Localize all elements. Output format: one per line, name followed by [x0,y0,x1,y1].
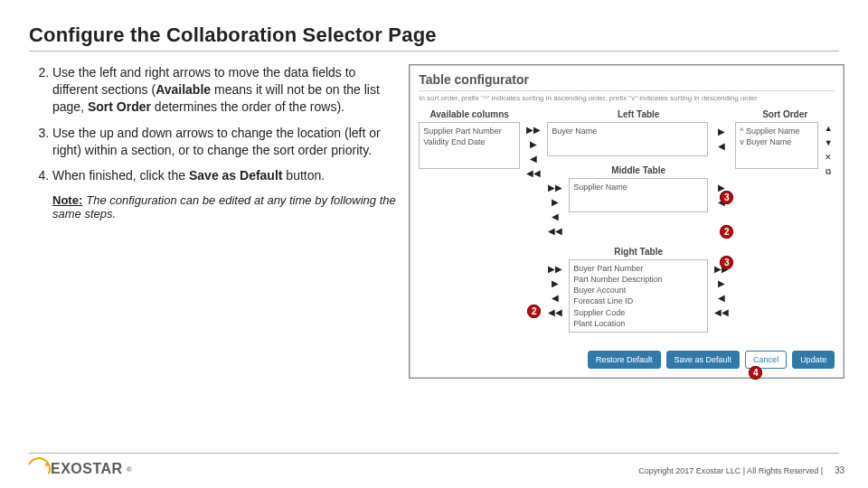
restore-default-button[interactable]: Restore Default [588,351,661,369]
move-right-all-icon[interactable]: ▶▶ [547,263,563,276]
save-as-default-button[interactable]: Save as Default [666,351,741,369]
list-item[interactable]: Forecast Line ID [573,296,703,306]
available-listbox[interactable]: Supplier Part Number Validity End Date [419,122,520,169]
list-item[interactable]: Buyer Account [573,285,703,296]
list-item[interactable]: Buyer Part Number [573,263,703,274]
copyright-text: Copyright 2017 Exostar LLC | All Rights … [638,466,823,475]
move-left-icon[interactable]: ◀ [525,153,542,165]
arrow-stack-available: ▶▶ ▶ ◀ ◀◀ [525,109,542,180]
page-title: Configure the Collaboration Selector Pag… [29,23,839,52]
screenshot-title: Table configurator [419,72,835,91]
header-left-table: Left Table [547,109,730,119]
move-right-icon[interactable]: ▶ [713,277,730,290]
list-item[interactable]: Supplier Code [573,307,703,318]
step-2: Use the left and right arrows to move th… [52,64,401,116]
move-right-all-icon[interactable]: ▶▶ [525,124,542,136]
callout-4: 4 [749,366,762,380]
callout-3: 3 [720,191,733,204]
list-item[interactable]: Supplier Name [573,182,703,192]
copy-icon[interactable]: ⧉ [822,165,835,178]
list-item[interactable]: Part Number Description [573,274,703,285]
move-right-icon[interactable]: ▶ [713,126,730,138]
move-left-icon[interactable]: ◀ [713,140,730,153]
footer-rule [29,453,839,454]
logo-swoosh-icon [29,463,49,475]
step-list: Use the left and right arrows to move th… [29,64,401,184]
list-item[interactable]: Buyer Name [552,126,703,136]
callout-2: 2 [720,225,733,239]
step-4: When finished, click the Save as Default… [52,167,401,184]
move-up-icon[interactable]: ▲ [822,122,835,135]
header-right-table: Right Table [547,247,730,257]
move-left-all-icon[interactable]: ◀◀ [713,306,730,319]
move-right-icon[interactable]: ▶ [547,277,563,290]
callout-3: 3 [720,256,733,269]
right-table-listbox[interactable]: Buyer Part Number Part Number Descriptio… [569,259,708,333]
move-down-icon[interactable]: ▼ [822,136,835,149]
move-right-all-icon[interactable]: ▶▶ [547,182,563,194]
move-right-icon[interactable]: ▶ [547,196,563,209]
list-item[interactable]: ^ Supplier Name [740,126,814,136]
move-left-all-icon[interactable]: ◀◀ [547,225,563,238]
screenshot-table-configurator: Table configurator In sort order, prefix… [409,64,844,379]
callout-2: 2 [527,305,541,318]
page-number: 33 [835,465,844,475]
update-button[interactable]: Update [792,351,835,369]
move-left-all-icon[interactable]: ◀◀ [547,306,563,319]
cancel-button[interactable]: Cancel [745,351,787,369]
remove-icon[interactable]: ✕ [822,151,835,164]
middle-table-listbox[interactable]: Supplier Name [569,178,708,212]
move-left-icon[interactable]: ◀ [713,292,730,305]
list-item[interactable]: Plant Location [573,318,703,329]
exostar-logo: EXOSTAR® [29,461,132,477]
step-3: Use the up and down arrows to change the… [52,125,401,159]
move-right-icon[interactable]: ▶ [525,138,542,151]
left-table-listbox[interactable]: Buyer Name [547,122,708,156]
move-left-icon[interactable]: ◀ [547,211,563,223]
note: Note:The configuration can be edited at … [52,193,401,221]
header-available: Available columns [419,109,520,119]
move-left-all-icon[interactable]: ◀◀ [525,167,542,180]
screenshot-help-text: In sort order, prefix "^" indicates sort… [419,94,835,102]
sort-order-listbox[interactable]: ^ Supplier Name v Buyer Name [735,122,818,169]
header-sort-order: Sort Order [735,109,835,119]
header-middle-table: Middle Table [547,165,730,175]
list-item[interactable]: Validity End Date [423,136,515,147]
list-item[interactable]: Supplier Part Number [423,126,515,136]
move-left-icon[interactable]: ◀ [547,292,563,305]
list-item[interactable]: v Buyer Name [740,136,814,147]
